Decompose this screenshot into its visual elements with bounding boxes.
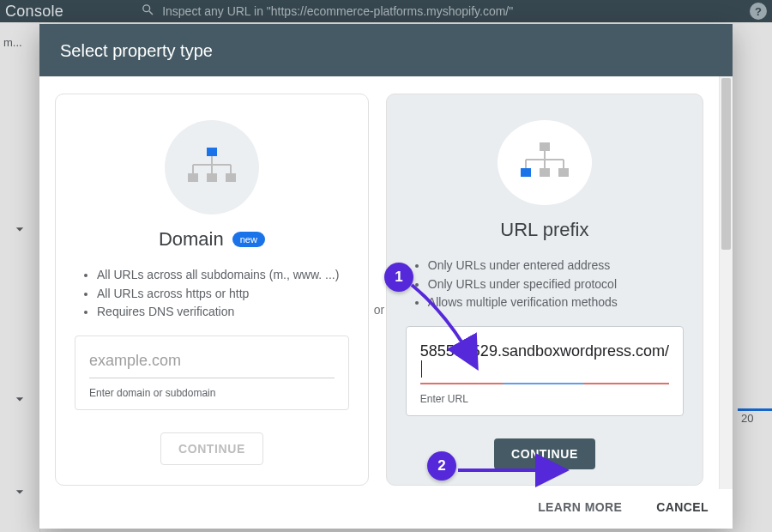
url-prefix-bullet: Only URLs under entered address (428, 257, 618, 275)
svg-rect-6 (188, 173, 198, 182)
url-prefix-bullet: Only URLs under specified protocol (428, 275, 618, 294)
sitemap-icon (498, 120, 592, 205)
domain-bullet: All URLs across https or http (97, 285, 339, 304)
scrollbar-thumb[interactable] (721, 78, 731, 250)
url-input[interactable]: 585538529.sandboxwordpress.com/ (420, 342, 669, 384)
app-topbar: Console Inspect any URL in "https://ecom… (0, 0, 772, 22)
property-type-domain-card[interactable]: Domain new All URLs across all subdomain… (55, 94, 369, 486)
help-icon[interactable]: ? (750, 3, 767, 20)
svg-rect-17 (558, 168, 569, 177)
domain-input[interactable]: example.com (89, 352, 335, 378)
svg-rect-15 (521, 168, 531, 177)
url-prefix-card-title: URL prefix (500, 219, 588, 241)
cancel-button[interactable]: CANCEL (651, 499, 714, 515)
svg-rect-16 (540, 168, 550, 177)
url-prefix-bullets: Only URLs under entered address Only URL… (406, 257, 618, 312)
spellcheck-underline (420, 383, 669, 384)
dialog-scrollbar[interactable] (719, 76, 733, 489)
svg-rect-9 (540, 142, 550, 151)
url-input-box[interactable]: 585538529.sandboxwordpress.com/ Enter UR… (406, 326, 684, 416)
domain-helper: Enter domain or subdomain (89, 387, 335, 399)
app-logo-text: Console (5, 3, 63, 21)
property-type-url-prefix-card[interactable]: URL prefix Only URLs under entered addre… (386, 94, 703, 486)
svg-rect-8 (226, 173, 236, 182)
url-inspect-bar[interactable]: Inspect any URL in "https://ecommerce-pl… (141, 3, 513, 20)
new-badge: new (232, 232, 265, 247)
search-icon (141, 3, 155, 20)
dialog-title: Select property type (39, 24, 733, 76)
domain-bullet: All URLs across all subdomains (m., www.… (97, 266, 339, 285)
domain-input-box[interactable]: example.com Enter domain or subdomain (75, 336, 349, 410)
domain-card-title: Domain (159, 228, 224, 251)
dialog-footer: LEARN MORE CANCEL (39, 489, 733, 529)
svg-rect-0 (207, 148, 217, 156)
learn-more-button[interactable]: LEARN MORE (533, 499, 627, 515)
url-prefix-bullet: Allows multiple verification methods (428, 293, 618, 312)
svg-rect-7 (207, 173, 217, 182)
url-inspect-placeholder: Inspect any URL in "https://ecommerce-pl… (162, 4, 513, 18)
domain-continue-button[interactable]: CONTINUE (160, 432, 263, 465)
domain-bullet: Requires DNS verification (97, 303, 339, 322)
url-helper: Enter URL (420, 393, 669, 405)
sitemap-icon (165, 120, 259, 215)
domain-bullets: All URLs across all subdomains (m., www.… (75, 266, 339, 322)
or-label: or (374, 303, 384, 317)
select-property-type-dialog: Select property type (39, 24, 733, 529)
url-continue-button[interactable]: CONTINUE (494, 438, 595, 469)
